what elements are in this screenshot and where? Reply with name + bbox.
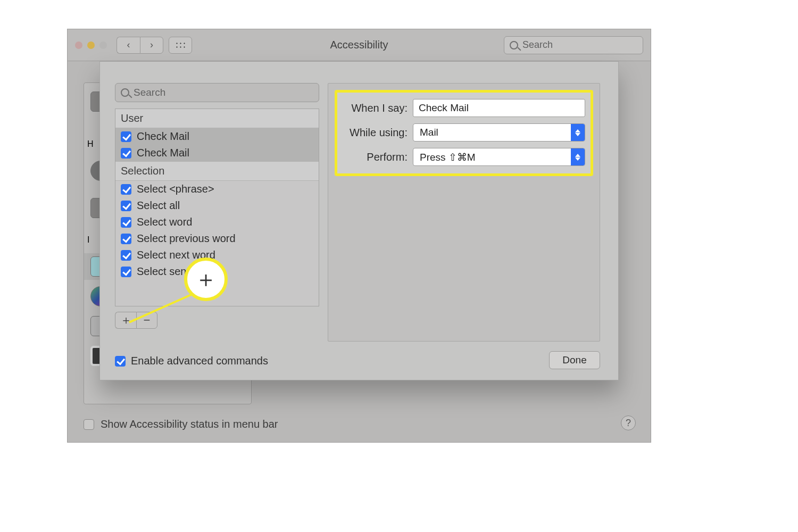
perform-select-value: Press ⇧⌘M xyxy=(413,151,571,163)
search-icon xyxy=(121,88,129,97)
list-item[interactable]: Select previous word xyxy=(115,230,319,247)
sheet-right-column: When I say: Check Mail While using: Mail xyxy=(328,83,600,342)
checkbox-checked-icon[interactable] xyxy=(121,148,131,159)
form-row-perform: Perform: Press ⇧⌘M xyxy=(343,148,585,166)
done-label: Done xyxy=(562,354,586,366)
checkbox-checked-icon[interactable] xyxy=(121,217,131,228)
list-item-label: Select previous word xyxy=(137,232,236,245)
done-button[interactable]: Done xyxy=(549,351,600,369)
checkbox-checked-icon[interactable] xyxy=(121,250,131,261)
list-item[interactable]: Check Mail xyxy=(115,145,319,161)
annotation-circle-plus: ＋ xyxy=(184,257,228,301)
command-form-highlight: When I say: Check Mail While using: Mail xyxy=(335,90,593,176)
status-menubar-row: Show Accessibility status in menu bar xyxy=(84,418,619,430)
minimize-window-button[interactable] xyxy=(87,41,95,49)
while-select-value: Mail xyxy=(413,127,571,138)
list-group-selection: Selection xyxy=(115,161,319,181)
checkbox-checked-icon[interactable] xyxy=(121,201,131,211)
when-label: When I say: xyxy=(343,102,413,114)
chevron-left-icon: ‹ xyxy=(127,39,130,51)
select-stepper-icon xyxy=(571,124,585,141)
search-icon xyxy=(510,41,518,49)
status-menubar-checkbox[interactable] xyxy=(84,419,94,430)
close-window-button[interactable] xyxy=(75,41,82,49)
checkbox-checked-icon[interactable] xyxy=(121,234,131,244)
search-placeholder: Search xyxy=(522,39,637,51)
perform-label: Perform: xyxy=(343,151,413,163)
while-label: While using: xyxy=(343,127,413,139)
when-input-value: Check Mail xyxy=(419,102,469,114)
list-item-label: Check Mail xyxy=(137,147,189,159)
plus-icon: ＋ xyxy=(195,268,217,290)
checkbox-checked-icon[interactable] xyxy=(121,267,131,277)
list-item[interactable]: Select word xyxy=(115,214,319,230)
grid-icon xyxy=(175,41,186,49)
list-item[interactable]: Select <phrase> xyxy=(115,181,319,197)
window-search-field[interactable]: Search xyxy=(504,36,643,54)
while-select[interactable]: Mail xyxy=(413,123,585,142)
show-all-button[interactable] xyxy=(169,37,192,54)
list-item[interactable]: Check Mail xyxy=(115,128,319,145)
list-group-user: User xyxy=(115,109,319,128)
advanced-label: Enable advanced commands xyxy=(131,355,268,367)
list-item[interactable]: Select all xyxy=(115,197,319,214)
form-row-when: When I say: Check Mail xyxy=(343,99,585,117)
when-input[interactable]: Check Mail xyxy=(413,99,585,117)
help-button[interactable]: ? xyxy=(621,415,636,430)
list-item-label: Select word xyxy=(137,216,193,228)
zoom-window-button[interactable] xyxy=(99,41,107,49)
nav-back-forward: ‹ › xyxy=(117,37,163,54)
preferences-window: ‹ › Accessibility Search H I xyxy=(67,29,651,443)
list-item-label: Select <phrase> xyxy=(137,183,214,195)
list-item-label: Select all xyxy=(137,200,180,212)
window-controls xyxy=(75,41,107,49)
forward-button[interactable]: › xyxy=(140,37,163,54)
commands-search-field[interactable]: Search xyxy=(115,83,319,102)
perform-select[interactable]: Press ⇧⌘M xyxy=(413,148,585,166)
checkbox-checked-icon[interactable] xyxy=(121,184,131,195)
list-item-label: Check Mail xyxy=(137,130,189,143)
back-button[interactable]: ‹ xyxy=(117,37,140,54)
titlebar: ‹ › Accessibility Search xyxy=(68,29,651,61)
advanced-commands-row: Enable advanced commands xyxy=(115,355,268,367)
form-row-while: While using: Mail xyxy=(343,123,585,142)
advanced-checkbox[interactable] xyxy=(115,356,126,367)
chevron-right-icon: › xyxy=(150,39,153,51)
search-placeholder: Search xyxy=(134,87,313,98)
checkbox-checked-icon[interactable] xyxy=(121,131,131,142)
voice-commands-sheet: Search User Check Mail Check Mail Select… xyxy=(99,61,619,380)
status-menubar-label: Show Accessibility status in menu bar xyxy=(101,418,278,430)
select-stepper-icon xyxy=(571,148,585,165)
